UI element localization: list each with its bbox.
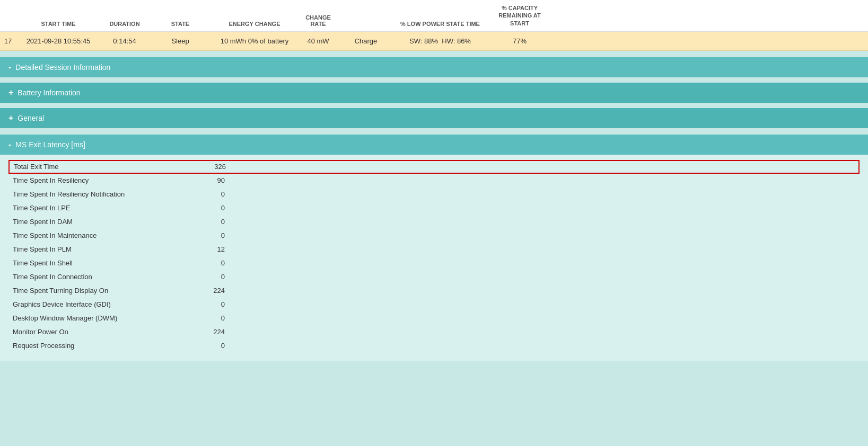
- detail-row-value: 224: [182, 328, 225, 336]
- detail-row: Time Spent In Shell0: [8, 256, 860, 270]
- cell-state: Sleep: [148, 34, 212, 48]
- detail-row: Time Spent In LPE0: [8, 201, 860, 215]
- detail-row: Time Spent In PLM12: [8, 243, 860, 256]
- detail-row-value: 0: [182, 273, 225, 281]
- separator-4: [0, 128, 868, 131]
- section-general-prefix: +: [8, 113, 13, 123]
- detail-row-label: Time Spent In LPE: [13, 204, 182, 212]
- detail-row-value: 12: [182, 245, 225, 253]
- cell-num: 17: [0, 34, 16, 48]
- col-header-change-rate: CHANGE RATE: [297, 12, 339, 29]
- detail-row-value: 0: [182, 190, 225, 198]
- detail-row: Total Exit Time326: [8, 160, 860, 174]
- detail-row: Time Spent In Resiliency Notification0: [8, 188, 860, 201]
- detail-row-value: 224: [182, 287, 225, 295]
- detail-row-label: Time Spent Turning Display On: [13, 287, 182, 295]
- cell-change-rate: 40 mW: [297, 34, 339, 48]
- detail-row-value: 0: [182, 231, 225, 239]
- section-detailed-header[interactable]: - Detailed Session Information: [0, 57, 868, 77]
- section-ms-label: MS Exit Latency [ms]: [15, 140, 85, 149]
- cell-lps-hw: HW: 86%: [442, 37, 471, 45]
- cell-duration: 0:14:54: [101, 34, 148, 48]
- section-general-header[interactable]: + General: [0, 108, 868, 128]
- col-header-capacity: % CAPACITY REMAINING AT START: [488, 2, 551, 29]
- detail-row: Time Spent In Connection0: [8, 270, 860, 284]
- separator-3: [0, 103, 868, 106]
- detail-row-label: Graphics Device Interface (GDI): [13, 300, 182, 308]
- col-header-lps: % LOW POWER STATE TIME: [392, 19, 488, 29]
- detail-row-label: Time Spent In Resiliency: [13, 176, 182, 184]
- ms-exit-rows-container: Total Exit Time326Time Spent In Resilien…: [8, 160, 860, 353]
- detail-row-label: Desktop Window Manager (DWM): [13, 314, 182, 322]
- section-general-label: General: [17, 114, 44, 122]
- section-battery-label: Battery Information: [17, 88, 80, 97]
- detail-row-label: Time Spent In Resiliency Notification: [13, 190, 182, 198]
- cell-capacity: 77%: [488, 34, 551, 48]
- col-header-num: [0, 25, 16, 29]
- section-detailed-label: Detailed Session Information: [15, 63, 110, 72]
- detail-row-label: Total Exit Time: [14, 163, 183, 171]
- cell-lps: SW: 88% HW: 86%: [392, 34, 488, 48]
- detail-row-label: Request Processing: [13, 342, 182, 350]
- data-row-17: 17 2021-09-28 10:55:45 0:14:54 Sleep 10 …: [0, 32, 868, 51]
- section-battery-prefix: +: [8, 88, 13, 97]
- col-header-charge: [339, 25, 392, 29]
- col-header-duration: DURATION: [101, 19, 148, 29]
- detail-row-value: 0: [182, 204, 225, 212]
- detail-row-label: Time Spent In PLM: [13, 245, 182, 253]
- separator-2: [0, 77, 868, 81]
- cell-charge: Charge: [339, 34, 392, 48]
- cell-lps-sw: SW: 88%: [409, 37, 438, 45]
- detail-row-value: 0: [182, 342, 225, 350]
- section-ms-prefix: -: [8, 140, 11, 149]
- detail-row-label: Time Spent In Shell: [13, 259, 182, 267]
- detail-row-value: 90: [182, 176, 225, 184]
- detail-row-label: Monitor Power On: [13, 328, 182, 336]
- detail-row-value: 326: [183, 163, 226, 171]
- detail-row: Graphics Device Interface (GDI)0: [8, 298, 860, 311]
- table-header: START TIME DURATION STATE ENERGY CHANGE …: [0, 0, 868, 32]
- col-header-start-time: START TIME: [16, 19, 101, 29]
- section-detailed-prefix: -: [8, 63, 11, 72]
- ms-exit-detail-table: Total Exit Time326Time Spent In Resilien…: [0, 155, 868, 361]
- section-ms-exit-header[interactable]: - MS Exit Latency [ms]: [0, 135, 868, 155]
- detail-row: Time Spent In DAM0: [8, 215, 860, 229]
- detail-row-label: Time Spent In Connection: [13, 273, 182, 281]
- col-header-energy: ENERGY CHANGE: [212, 19, 297, 29]
- detail-row: Time Spent In Resiliency90: [8, 174, 860, 188]
- detail-row: Monitor Power On224: [8, 325, 860, 339]
- detail-row: Desktop Window Manager (DWM)0: [8, 311, 860, 325]
- detail-row: Time Spent Turning Display On224: [8, 284, 860, 298]
- detail-row-label: Time Spent In DAM: [13, 218, 182, 226]
- cell-energy-change: 10 mWh 0% of battery: [212, 34, 297, 48]
- detail-row: Request Processing0: [8, 339, 860, 353]
- detail-row-label: Time Spent In Maintenance: [13, 231, 182, 239]
- detail-row-value: 0: [182, 314, 225, 322]
- detail-row-value: 0: [182, 259, 225, 267]
- section-battery-header[interactable]: + Battery Information: [0, 83, 868, 103]
- detail-row-value: 0: [182, 218, 225, 226]
- detail-row: Time Spent In Maintenance0: [8, 229, 860, 243]
- detail-row-value: 0: [182, 300, 225, 308]
- col-header-state: STATE: [148, 19, 212, 29]
- cell-start-time: 2021-09-28 10:55:45: [16, 34, 101, 48]
- separator-1: [0, 51, 868, 54]
